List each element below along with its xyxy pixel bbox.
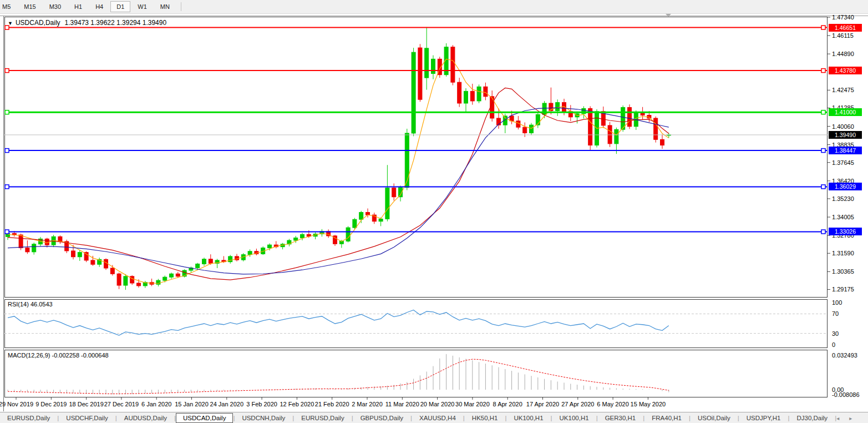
price-axis-label: 1.46115 bbox=[832, 32, 854, 39]
timeframe-button-m5[interactable]: M5 bbox=[0, 1, 17, 12]
chart-tab-audusd-2[interactable]: AUDUSD,Daily bbox=[117, 414, 174, 422]
date-axis-label: 3 Feb 2020 bbox=[246, 401, 277, 407]
line-handle[interactable] bbox=[821, 69, 825, 73]
chart-tab-eurusd-0[interactable]: EURUSD,Daily bbox=[0, 414, 57, 422]
line-handle[interactable] bbox=[5, 149, 9, 153]
candle-body bbox=[425, 48, 429, 78]
timeframe-button-m15[interactable]: M15 bbox=[18, 1, 42, 12]
price-level-badge: 1.33026 bbox=[829, 228, 862, 235]
line-handle[interactable] bbox=[821, 230, 825, 234]
mt4-terminal: M5M15M30H1H4D1W1MN ▼USDCAD,Daily1.39473 … bbox=[0, 0, 868, 423]
date-axis-label: 27 Dec 2019 bbox=[104, 401, 139, 407]
price-axis-label: 1.34005 bbox=[832, 214, 854, 220]
price-axis-label: 1.29175 bbox=[832, 286, 854, 293]
line-handle[interactable] bbox=[5, 185, 9, 189]
tab-scroll-right-icon[interactable]: ▸ bbox=[849, 415, 862, 421]
chart-tab-hk50-8[interactable]: HK50,H1 bbox=[465, 414, 505, 422]
timeframe-button-w1[interactable]: W1 bbox=[131, 1, 153, 12]
chart-tab-bar: EURUSD,Daily|USDCHF,Daily|AUDUSD,Daily|U… bbox=[0, 412, 868, 423]
price-level-badge: 1.41000 bbox=[829, 108, 862, 116]
candle-body bbox=[432, 59, 435, 73]
candle-body bbox=[268, 245, 272, 248]
rsi-panel[interactable] bbox=[5, 300, 828, 348]
line-handle[interactable] bbox=[5, 110, 9, 114]
candle-body bbox=[110, 268, 114, 274]
candle-body bbox=[137, 283, 141, 286]
candle-body bbox=[229, 256, 232, 262]
date-axis-label: 8 Apr 2020 bbox=[493, 401, 522, 407]
timeframe-button-h4[interactable]: H4 bbox=[89, 1, 109, 12]
chart-tab-ger30-11[interactable]: GER30,H1 bbox=[598, 414, 643, 422]
date-axis-label: 6 Jan 2020 bbox=[141, 401, 171, 407]
rsi-scale-label: 30 bbox=[832, 330, 839, 337]
macd-panel[interactable] bbox=[5, 350, 828, 397]
price-level-badge: 1.36029 bbox=[829, 183, 862, 190]
candle-body bbox=[366, 213, 370, 215]
date-axis-label: 17 Apr 2020 bbox=[526, 401, 559, 407]
timeframe-button-mn[interactable]: MN bbox=[154, 1, 176, 12]
date-axis-label: 29 Nov 2019 bbox=[0, 401, 33, 407]
chart-window[interactable]: ▼USDCAD,Daily1.39473 1.39622 1.39294 1.3… bbox=[0, 14, 868, 412]
candle-body bbox=[104, 259, 108, 268]
candle-body bbox=[484, 87, 488, 97]
tab-scroll-left-icon[interactable]: ◂ bbox=[836, 415, 849, 421]
candle-body bbox=[170, 274, 174, 277]
candle-body bbox=[301, 234, 304, 238]
tab-scroll-arrows[interactable]: ◂▸ bbox=[836, 415, 862, 421]
line-handle[interactable] bbox=[821, 149, 825, 153]
candle-body bbox=[418, 48, 422, 99]
line-handle[interactable] bbox=[821, 26, 825, 29]
price-level-badge: 1.46651 bbox=[829, 24, 862, 32]
macd-indicator-label: MACD(12,26,9) -0.002258 -0.000648 bbox=[8, 352, 109, 359]
candle-body bbox=[91, 260, 95, 264]
rsi-scale-label: 0 bbox=[832, 341, 835, 348]
candle-body bbox=[477, 87, 481, 101]
macd-scale-label: 0.032493 bbox=[832, 352, 857, 359]
price-axis-label: 1.40060 bbox=[832, 123, 854, 130]
date-axis-label: 9 Dec 2019 bbox=[35, 401, 67, 407]
line-handle[interactable] bbox=[821, 185, 825, 189]
timeframe-button-d1[interactable]: D1 bbox=[110, 1, 130, 12]
candle-body bbox=[385, 188, 389, 219]
chart-tab-gbpusd-6[interactable]: GBPUSD,Daily bbox=[353, 414, 410, 422]
chart-tab-usdjpy-14[interactable]: USDJPY,H1 bbox=[739, 414, 788, 422]
timeframe-toolbar: M5M15M30H1H4D1W1MN bbox=[0, 0, 868, 14]
price-axis-label: 1.35230 bbox=[832, 195, 854, 202]
chart-shift-marker-icon[interactable] bbox=[665, 14, 672, 17]
candle-body bbox=[26, 248, 29, 252]
candle-body bbox=[130, 276, 134, 283]
line-handle[interactable] bbox=[821, 110, 825, 114]
line-handle[interactable] bbox=[5, 230, 9, 234]
rsi-scale-label: 100 bbox=[832, 299, 842, 306]
candle-body bbox=[45, 239, 49, 245]
date-axis-label: 30 Mar 2020 bbox=[455, 401, 490, 407]
candle-body bbox=[294, 238, 298, 240]
date-axis-label: 6 May 2020 bbox=[597, 401, 628, 407]
rsi-scale-label: 70 bbox=[832, 310, 839, 317]
chart-tab-fra40-12[interactable]: FRA40,H1 bbox=[644, 414, 689, 422]
chart-tab-uk100-9[interactable]: UK100,H1 bbox=[507, 414, 551, 422]
chart-ohlc-values: 1.39473 1.39622 1.39294 1.39490 bbox=[65, 19, 167, 27]
candle-body bbox=[615, 129, 618, 144]
chart-tabs: EURUSD,Daily|USDCHF,Daily|AUDUSD,Daily|U… bbox=[0, 413, 836, 423]
line-handle[interactable] bbox=[5, 69, 9, 73]
chart-tab-usdcnh-4[interactable]: USDCNH,Daily bbox=[235, 414, 292, 422]
symbol-dropdown-icon[interactable]: ▼ bbox=[8, 21, 13, 26]
candle-body bbox=[163, 277, 167, 280]
candle-body bbox=[556, 103, 560, 111]
chart-tab-usoil-13[interactable]: USOil,Daily bbox=[691, 414, 738, 422]
chart-tab-usdchf-1[interactable]: USDCHF,Daily bbox=[59, 414, 115, 422]
chart-tab-uk100-10[interactable]: UK100,H1 bbox=[552, 414, 596, 422]
chart-tab-eurusd-5[interactable]: EURUSD,Daily bbox=[294, 414, 351, 422]
chart-canvas[interactable] bbox=[0, 14, 868, 412]
candle-body bbox=[72, 251, 75, 257]
chart-tab-usdcad-3[interactable]: USDCAD,Daily bbox=[176, 413, 233, 423]
timeframe-button-m30[interactable]: M30 bbox=[43, 1, 67, 12]
candle-body bbox=[379, 219, 383, 221]
chart-tab-xauusd-7[interactable]: XAUUSD,H4 bbox=[412, 414, 463, 422]
timeframe-button-h1[interactable]: H1 bbox=[68, 1, 88, 12]
chart-tab-dj30-15[interactable]: DJ30,Daily bbox=[790, 414, 835, 422]
chart-title: ▼USDCAD,Daily1.39473 1.39622 1.39294 1.3… bbox=[8, 19, 166, 27]
candle-body bbox=[202, 259, 206, 264]
candle-body bbox=[661, 139, 664, 145]
